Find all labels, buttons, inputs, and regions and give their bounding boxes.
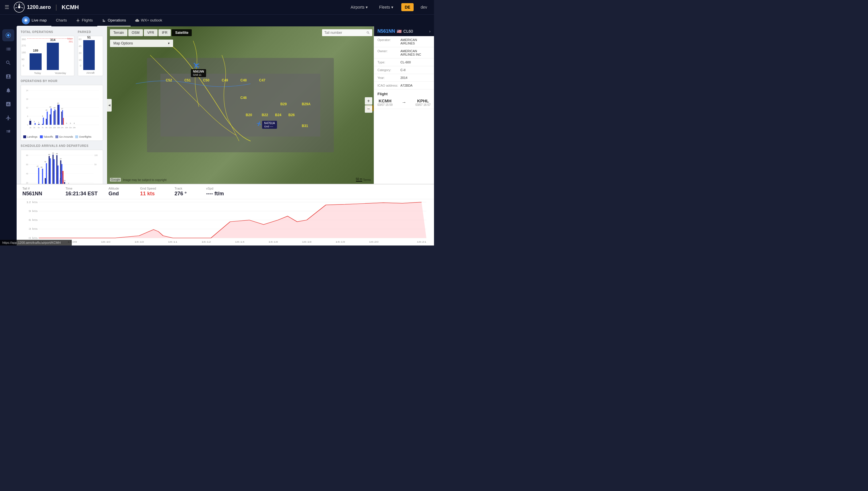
svg-text:16:12: 16:12	[201, 241, 211, 243]
zoom-controls: + −	[365, 97, 372, 113]
map-search-box[interactable]	[322, 29, 372, 36]
tail-label: Tail #	[22, 187, 57, 190]
tab-charts[interactable]: Charts	[51, 15, 72, 26]
svg-text:15h: 15h	[57, 127, 60, 128]
svg-rect-28	[43, 118, 44, 125]
nav-separator: |	[55, 3, 57, 11]
map-area: C52 C51 C50 C49 C48 C47 C46 B29 B29A B22…	[107, 26, 374, 184]
flight-route: KCMH 03/07 15:59 → KPHL 03/07 16:57	[377, 98, 431, 107]
sidebar-item-chart[interactable]	[2, 43, 15, 55]
map-tabs: Terrain OSM VFR IFR Satellite	[110, 29, 192, 36]
svg-text:16:10: 16:10	[134, 241, 144, 243]
sidebar-item-plane[interactable]	[2, 112, 15, 124]
svg-text:15: 15	[45, 109, 47, 111]
svg-text:32: 32	[45, 161, 46, 163]
taxiway-b20: B20	[246, 113, 252, 117]
svg-text:17h: 17h	[61, 127, 64, 128]
svg-text:19: 19	[49, 106, 51, 108]
svg-text:12: 12	[26, 107, 28, 109]
sidebar-item-livemap[interactable]	[2, 29, 15, 41]
svg-text:3h: 3h	[33, 127, 35, 128]
tab-operations[interactable]: Operations	[97, 15, 131, 26]
zoom-in-button[interactable]: +	[365, 97, 372, 105]
taxiway-b29: B29	[280, 102, 287, 106]
svg-text:7h: 7h	[42, 127, 43, 128]
sidebar-item-data[interactable]	[2, 98, 15, 110]
altitude-stat: Altitude Gnd	[109, 187, 132, 197]
collapse-map-button[interactable]: ◀	[107, 99, 112, 112]
dest-code: KPHL	[415, 98, 431, 103]
map-scale: 50 m	[356, 177, 362, 181]
hamburger-menu[interactable]: ☰	[5, 4, 9, 10]
map-tab-satellite[interactable]: Satellite	[172, 29, 192, 36]
svg-text:19h: 19h	[65, 127, 68, 128]
logo-icon	[14, 2, 25, 12]
tab-wx-outlook[interactable]: WX+ outlook	[131, 15, 167, 26]
svg-text:40: 40	[26, 173, 28, 175]
map-tab-ifr[interactable]: IFR	[158, 29, 171, 36]
sidebar-item-search[interactable]	[2, 57, 15, 69]
scheduled-section: SCHEDULED ARRIVALS AND DEPARTURES 80 60 …	[21, 144, 103, 184]
route-arrow: →	[402, 100, 406, 105]
app-title: 1200.aero	[27, 4, 51, 10]
svg-text:2: 2	[34, 121, 35, 122]
svg-text:16:20: 16:20	[369, 241, 378, 243]
map-options-button[interactable]: Map Options ▾	[110, 39, 173, 47]
ops-by-hour-chart: 24 18 12 6 0 4 1h 2 3h	[21, 85, 103, 141]
svg-text:13h: 13h	[53, 127, 56, 128]
zoom-out-button[interactable]: −	[365, 105, 372, 113]
total-ops-title: TOTAL OPERATIONS	[21, 30, 74, 34]
aircraft-type: CL60	[403, 29, 413, 34]
map-tab-terrain[interactable]: Terrain	[110, 29, 128, 36]
map-tab-osm[interactable]: OSM	[128, 29, 143, 36]
svg-text:16:14: 16:14	[235, 241, 244, 243]
svg-text:10: 10	[64, 180, 66, 181]
tail-search-input[interactable]	[324, 31, 366, 35]
panel-expand-button[interactable]: ›	[429, 29, 431, 34]
live-map-button[interactable]: Live map	[17, 15, 51, 26]
svg-text:0: 0	[74, 122, 75, 124]
dest-time: 03/07 16:57	[415, 103, 431, 107]
airports-button[interactable]: Airports ▾	[347, 3, 371, 11]
map-tab-vfr[interactable]: VFR	[144, 29, 158, 36]
tab-flights[interactable]: Flights	[72, 15, 97, 26]
svg-rect-23	[38, 124, 39, 125]
vspd-stat: vSpd ---- ft/m	[206, 187, 235, 197]
svg-text:4: 4	[30, 118, 31, 120]
sidebar-item-alert[interactable]	[2, 84, 15, 96]
second-navigation: Live map Charts Flights Operations WX+ o…	[0, 15, 434, 26]
parked-section: PARKED 60 45 30 15 0 51	[78, 30, 103, 76]
svg-text:40: 40	[48, 154, 50, 155]
de-button[interactable]: DE	[401, 3, 414, 11]
sidebar	[0, 26, 17, 246]
svg-rect-84	[38, 168, 39, 184]
svg-text:9h: 9h	[45, 127, 47, 128]
svg-rect-41	[55, 110, 56, 125]
owner-value: AMERICAN AIRLINES INC	[400, 49, 431, 56]
bottom-panel: Tail # N561NN Time 16:21:34 EST Altitude…	[17, 184, 434, 246]
n476ua-marker[interactable]: N476UAGnd ----	[256, 121, 262, 127]
svg-rect-96	[50, 158, 51, 184]
icao-value: A72BDA	[400, 84, 412, 87]
destination-info: KPHL 03/07 16:57	[415, 98, 431, 107]
svg-text:23h: 23h	[73, 127, 76, 128]
svg-text:16:11: 16:11	[168, 241, 178, 243]
dev-button[interactable]: dev	[418, 3, 429, 11]
altitude-value: Gnd	[109, 191, 132, 197]
year-label: Year:	[377, 76, 400, 80]
taxiway-c49: C49	[222, 78, 228, 82]
icao-row: ICAO address: A72BDA	[374, 82, 434, 89]
svg-text:26: 26	[40, 166, 43, 168]
taxiway-c52: C52	[166, 78, 172, 82]
taxiway-c46: C46	[241, 96, 247, 100]
type-row: Type: CL-600	[374, 58, 434, 66]
sidebar-item-ops[interactable]	[2, 70, 15, 83]
time-stat: Time 16:21:34 EST	[65, 187, 100, 197]
n561nn-marker[interactable]: N561NNGnd 11	[192, 61, 200, 70]
gnd-speed-value: 11 kts	[140, 191, 166, 197]
fleets-button[interactable]: Fleets ▾	[376, 3, 397, 11]
svg-text:1h: 1h	[30, 127, 31, 128]
scheduled-chart: 80 60 40 20 0 100 50 0 2 1	[21, 150, 103, 184]
sidebar-item-settings[interactable]	[2, 126, 15, 138]
track-value: 276 °	[174, 191, 197, 197]
